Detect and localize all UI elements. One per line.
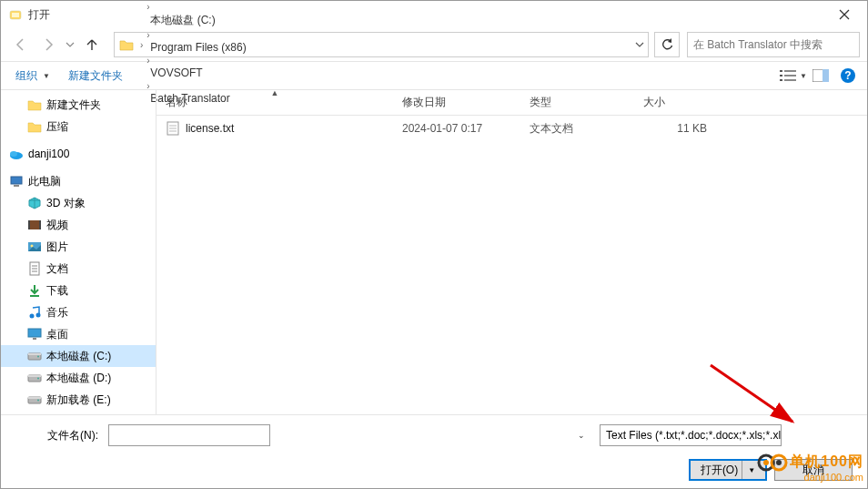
breadcrumb-segment[interactable]: Program Files (x86)	[145, 41, 251, 54]
sidebar-item[interactable]: 压缩	[1, 116, 156, 138]
sidebar-item[interactable]: 新加载卷 (E:)	[1, 389, 156, 411]
chevron-down-icon: ▼	[800, 72, 807, 80]
view-mode-button[interactable]: ▼	[780, 64, 807, 87]
help-button[interactable]: ?	[834, 64, 862, 87]
file-type: 文本文档	[520, 121, 634, 137]
open-button[interactable]: 打开(O) ▼	[689, 459, 767, 481]
sidebar-item-label: 视频	[46, 218, 68, 233]
svg-rect-17	[14, 185, 19, 187]
thispc-icon	[8, 173, 25, 189]
svg-rect-40	[28, 397, 41, 399]
folder-icon	[116, 35, 136, 55]
chevron-right-icon[interactable]: ›	[138, 40, 145, 50]
sidebar-item-label: 音乐	[46, 305, 68, 321]
sidebar-item-label: 文档	[46, 261, 68, 277]
svg-rect-20	[39, 220, 41, 229]
svg-point-33	[37, 356, 39, 358]
column-type[interactable]: 类型	[520, 90, 634, 115]
sidebar-item[interactable]: 桌面	[1, 323, 156, 345]
svg-point-36	[37, 378, 39, 380]
video-icon	[26, 217, 43, 233]
search-placeholder: 在 Batch Translator 中搜索	[693, 37, 823, 53]
sort-ascending-icon: ▲	[271, 88, 279, 97]
sidebar-item-label: 图片	[46, 239, 68, 255]
svg-rect-6	[780, 75, 782, 76]
svg-rect-18	[28, 220, 41, 229]
textfile-icon	[166, 121, 180, 136]
sidebar-item-label: 新建文件夹	[46, 97, 101, 113]
music-icon	[26, 304, 43, 321]
search-input[interactable]: 在 Batch Translator 中搜索	[687, 32, 860, 57]
column-name[interactable]: ▲ 名称	[156, 90, 393, 115]
3d-icon	[26, 195, 43, 211]
column-date[interactable]: 修改日期	[393, 90, 520, 115]
sidebar-item-label: 本地磁盘 (C:)	[46, 349, 111, 364]
svg-point-28	[30, 314, 35, 319]
breadcrumb-segment[interactable]: 本地磁盘 (C:)	[145, 13, 251, 28]
sidebar-item[interactable]: 图片	[1, 236, 156, 258]
chevron-right-icon[interactable]: ›	[145, 30, 151, 40]
forward-button[interactable]	[35, 32, 61, 57]
filename-label: 文件名(N):	[37, 428, 106, 443]
sidebar-item[interactable]: 新建文件夹	[1, 94, 156, 116]
onedrive-icon	[8, 146, 25, 162]
history-dropdown[interactable]	[63, 32, 77, 57]
breadcrumb-dropdown[interactable]	[630, 33, 648, 56]
sidebar-item[interactable]: 音乐	[1, 301, 156, 323]
file-row[interactable]: license.txt2024-01-07 0:17文本文档11 KB	[156, 116, 867, 141]
svg-rect-4	[780, 70, 782, 72]
svg-rect-34	[28, 353, 41, 355]
column-size[interactable]: 大小	[634, 90, 743, 115]
svg-rect-31	[33, 338, 36, 340]
column-headers: ▲ 名称 修改日期 类型 大小	[156, 90, 867, 116]
filename-input[interactable]	[108, 424, 270, 446]
chevron-right-icon[interactable]: ›	[145, 2, 151, 12]
split-button-arrow-icon[interactable]: ▼	[742, 461, 755, 479]
up-button[interactable]	[79, 32, 105, 57]
filetype-select[interactable]: Text Files (*.txt;*.doc;*.docx;*.xls;*.x…	[600, 424, 782, 446]
main-area: 新建文件夹压缩danji100此电脑3D 对象视频图片文档下载音乐桌面本地磁盘 …	[1, 90, 867, 414]
file-size: 11 KB	[634, 122, 743, 135]
sidebar-item[interactable]: 文档	[1, 258, 156, 280]
sidebar-item[interactable]: danji100	[1, 143, 156, 165]
svg-rect-5	[784, 70, 796, 72]
svg-point-29	[36, 313, 41, 318]
sidebar-item[interactable]: 本地磁盘 (D:)	[1, 367, 156, 389]
sidebar-item-label: 桌面	[46, 327, 68, 342]
sidebar-item-label: 下载	[46, 283, 68, 299]
drive-icon	[26, 348, 43, 364]
file-list[interactable]: ▲ 名称 修改日期 类型 大小 license.txt2024-01-07 0:…	[156, 90, 867, 414]
svg-rect-8	[780, 79, 782, 81]
sidebar-item[interactable]: 本地磁盘 (C:)	[1, 345, 156, 367]
breadcrumb-segment[interactable]: VOVSOFT	[145, 66, 251, 79]
refresh-button[interactable]	[654, 32, 680, 57]
sidebar-item[interactable]: 3D 对象	[1, 192, 156, 214]
chevron-down-icon: ⌄	[578, 431, 585, 440]
sidebar-item[interactable]: 下载	[1, 280, 156, 301]
toolbar: 组织 ▼ 新建文件夹 ▼ ?	[1, 61, 867, 90]
new-folder-button[interactable]: 新建文件夹	[59, 65, 132, 87]
sidebar-item[interactable]: 视频	[1, 214, 156, 236]
sidebar-item[interactable]: 此电脑	[1, 170, 156, 192]
documents-icon	[26, 260, 43, 277]
svg-rect-30	[28, 329, 41, 337]
svg-point-15	[10, 151, 17, 157]
downloads-icon	[26, 282, 43, 299]
dialog-footer: 文件名(N): ⌄ Text Files (*.txt;*.doc;*.docx…	[1, 414, 867, 489]
organize-button[interactable]: 组织 ▼	[6, 65, 59, 87]
svg-rect-1	[12, 13, 19, 17]
breadcrumb[interactable]: › 此电脑›本地磁盘 (C:)›Program Files (x86)›VOVS…	[114, 32, 649, 57]
svg-rect-16	[11, 177, 22, 184]
back-button[interactable]	[8, 32, 34, 57]
svg-rect-11	[823, 69, 829, 82]
svg-rect-37	[28, 375, 41, 377]
svg-text:?: ?	[844, 69, 851, 82]
svg-rect-19	[28, 220, 30, 229]
chevron-right-icon[interactable]: ›	[145, 56, 151, 66]
cancel-button[interactable]: 取消	[774, 459, 853, 481]
svg-rect-9	[784, 79, 796, 81]
close-button[interactable]	[823, 2, 865, 27]
sidebar[interactable]: 新建文件夹压缩danji100此电脑3D 对象视频图片文档下载音乐桌面本地磁盘 …	[1, 90, 156, 414]
preview-pane-button[interactable]	[807, 64, 834, 87]
drive-icon	[26, 392, 43, 408]
